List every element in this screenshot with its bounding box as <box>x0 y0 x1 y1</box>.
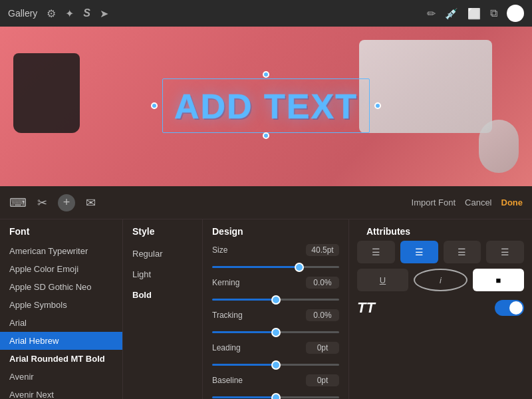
send-icon[interactable]: ➤ <box>100 7 108 20</box>
attributes-panel-header: Attributes <box>357 219 524 241</box>
design-value: 0.0% <box>306 277 339 289</box>
font-item[interactable]: Arial Hebrew <box>0 332 122 350</box>
design-slider[interactable] <box>212 331 339 333</box>
font-item[interactable]: Avenir <box>0 368 122 386</box>
design-row: Kerning 0.0% <box>203 273 348 306</box>
handle-bottom-center[interactable] <box>263 132 269 139</box>
done-button[interactable]: Done <box>501 198 523 207</box>
keyboard-icon[interactable]: ⌨ <box>9 196 27 210</box>
design-row: Size 40.5pt <box>203 241 348 273</box>
design-slider[interactable] <box>212 299 339 301</box>
design-slider[interactable] <box>212 266 339 268</box>
handle-top-center[interactable] <box>263 71 269 78</box>
format-row: U i ■ <box>357 269 524 291</box>
design-row: Baseline 0pt <box>203 371 348 399</box>
font-list: American TypewriterApple Color EmojiAppl… <box>0 241 122 399</box>
import-font-button[interactable]: Import Font <box>412 198 456 207</box>
align-justify-button[interactable]: ☰ <box>486 241 524 263</box>
style-item[interactable]: Light <box>123 264 202 285</box>
slider-row <box>203 290 348 306</box>
handle-left-center[interactable] <box>151 102 158 109</box>
strikethrough-button[interactable]: ■ <box>473 269 524 291</box>
font-panel: Font American TypewriterApple Color Emoj… <box>0 219 123 399</box>
slider-row <box>203 355 348 371</box>
style-item[interactable]: Bold <box>123 285 202 305</box>
toolbar: ⌨ ✂ + ✉ Import Font Cancel Done <box>0 186 532 219</box>
panels: Font American TypewriterApple Color Emoj… <box>0 219 532 399</box>
attributes-panel: Attributes ☰ ☰ ☰ ☰ U i ■ TT <box>349 219 532 399</box>
design-value: 0pt <box>306 374 339 386</box>
style-list: RegularLightBold <box>123 241 202 308</box>
style-item[interactable]: Regular <box>123 243 202 264</box>
gallery-title[interactable]: Gallery <box>8 8 37 19</box>
circle-button[interactable]: i <box>414 269 467 291</box>
tt-row: TT <box>357 297 524 319</box>
design-label: Leading <box>212 343 302 352</box>
eyedropper-icon[interactable]: 💉 <box>445 7 458 20</box>
mouse-decoration <box>479 120 519 173</box>
top-bar: Gallery ⚙ ✦ S ➤ ✏ 💉 ⬜ ⧉ <box>0 0 532 27</box>
add-icon[interactable]: + <box>58 194 75 211</box>
align-right-button[interactable]: ☰ <box>444 241 481 263</box>
slider-row <box>203 323 348 338</box>
style-panel-header: Style <box>123 219 202 241</box>
font-item[interactable]: Apple Color Emoji <box>0 260 122 278</box>
design-label: Baseline <box>212 376 302 385</box>
canvas-main-text[interactable]: ADD TEXT <box>174 86 358 126</box>
design-label: Size <box>212 245 302 255</box>
design-panel-header: Design <box>203 219 348 241</box>
design-slider[interactable] <box>212 364 339 366</box>
align-left-button[interactable]: ☰ <box>357 241 395 263</box>
toggle-knob <box>509 301 523 315</box>
scissors-icon[interactable]: ✂ <box>37 196 47 210</box>
wrench-icon[interactable]: ⚙ <box>47 7 56 20</box>
mail-icon[interactable]: ✉ <box>86 196 96 210</box>
top-bar-right: ✏ 💉 ⬜ ⧉ <box>427 5 524 22</box>
design-label: Tracking <box>212 311 302 320</box>
canvas-area: ADD TEXT <box>0 27 532 186</box>
toolbar-right: Import Font Cancel Done <box>412 198 523 207</box>
design-value: 40.5pt <box>306 244 339 256</box>
font-panel-header: Font <box>0 219 122 241</box>
text-box-wrapper[interactable]: ADD TEXT <box>174 86 358 126</box>
align-center-button[interactable]: ☰ <box>400 241 438 263</box>
design-row: Leading 0pt <box>203 338 348 371</box>
design-value: 0pt <box>306 342 339 354</box>
slider-row <box>203 257 348 273</box>
font-item[interactable]: Avenir Next <box>0 386 122 399</box>
lightning-icon[interactable]: ✦ <box>65 7 74 20</box>
tt-label: TT <box>357 299 375 317</box>
cancel-button[interactable]: Cancel <box>465 198 491 207</box>
underline-button[interactable]: U <box>357 269 408 291</box>
mug-decoration <box>13 53 80 133</box>
font-item[interactable]: Arial <box>0 314 122 332</box>
design-value: 0.0% <box>306 309 339 321</box>
design-slider[interactable] <box>212 396 339 398</box>
s-icon[interactable]: S <box>83 7 90 19</box>
style-panel: Style RegularLightBold <box>123 219 203 399</box>
design-rows: Size 40.5pt Kerning 0.0% Tracking 0.0% L… <box>203 241 348 399</box>
avatar[interactable] <box>507 5 524 22</box>
eraser-icon[interactable]: ⬜ <box>467 7 481 20</box>
design-panel: Design Size 40.5pt Kerning 0.0% Tracking… <box>203 219 349 399</box>
design-row: Tracking 0.0% <box>203 306 348 338</box>
font-item[interactable]: American Typewriter <box>0 242 122 260</box>
handle-right-center[interactable] <box>374 102 381 109</box>
design-label: Kerning <box>212 278 302 287</box>
font-item[interactable]: Arial Rounded MT Bold <box>0 350 122 368</box>
layers-icon[interactable]: ⧉ <box>490 7 497 19</box>
font-item[interactable]: Apple SD Gothic Neo <box>0 278 122 296</box>
font-item[interactable]: Apple Symbols <box>0 296 122 314</box>
laptop-decoration <box>359 40 492 133</box>
slider-row <box>203 388 348 399</box>
tt-toggle[interactable] <box>495 300 524 316</box>
alignment-row: ☰ ☰ ☰ ☰ <box>357 241 524 263</box>
pen-icon[interactable]: ✏ <box>427 7 436 20</box>
